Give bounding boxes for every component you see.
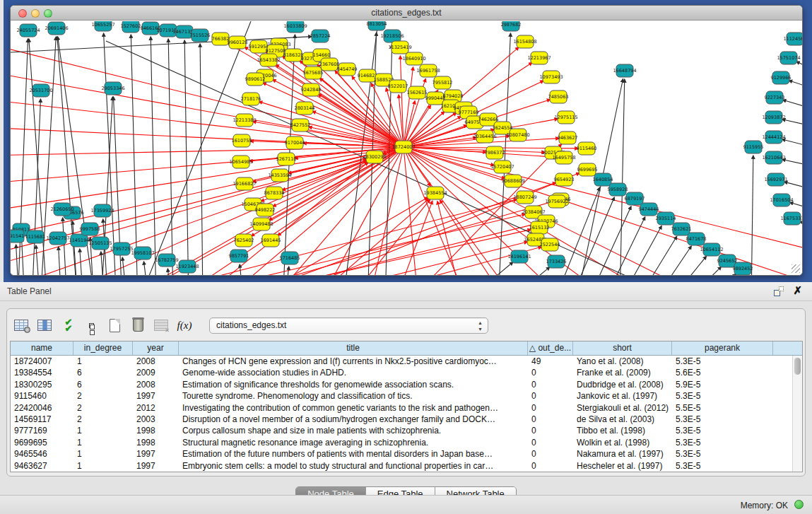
graph-node[interactable]: 7955812	[433, 76, 453, 89]
table-selector-dropdown[interactable]: citations_edges.txt ▲▼	[209, 317, 488, 334]
table-row[interactable]: 1938455462009Genome-wide association stu…	[11, 367, 792, 378]
table-cell[interactable]: 5.9E-5	[672, 379, 773, 390]
network-window[interactable]: citations_edges.txt 24055724206914061065…	[10, 5, 803, 276]
new-column-icon[interactable]	[106, 316, 123, 334]
graph-node[interactable]: 16543382	[257, 54, 280, 66]
table-cell[interactable]: 5.3E-5	[672, 425, 773, 436]
citation-edge-black[interactable]	[789, 81, 802, 92]
graph-node[interactable]: 9857791	[229, 250, 249, 262]
table-cell[interactable]: 0	[528, 367, 573, 378]
table-cell[interactable]: 1	[73, 448, 133, 460]
graph-node[interactable]: 7625402	[234, 234, 254, 247]
delete-columns-icon[interactable]	[129, 316, 146, 334]
table-cell[interactable]: Tibbo et al. (1998)	[573, 425, 672, 436]
column-header-name[interactable]: name	[11, 341, 73, 355]
table-cell[interactable]: 14569117	[11, 414, 73, 425]
graph-node[interactable]: 29053346	[101, 82, 124, 95]
graph-node[interactable]: 7485063	[548, 90, 569, 103]
table-cell[interactable]: 49	[528, 356, 573, 367]
table-row[interactable]: 946554611997Estimation of the future num…	[11, 448, 792, 460]
graph-node[interactable]: 16033809	[283, 21, 307, 33]
citation-edge-black[interactable]	[131, 35, 138, 276]
table-cell[interactable]: 2	[73, 390, 133, 402]
graph-node[interactable]: 9892452	[733, 262, 753, 275]
graph-node[interactable]: 11325419	[388, 41, 411, 54]
graph-node[interactable]: 20364456	[473, 130, 496, 143]
close-panel-icon[interactable]: ✗	[793, 285, 802, 296]
table-row[interactable]: 969969511998Structural magnetic resonanc…	[11, 437, 792, 448]
table-row[interactable]: 1872400712008Changes of HCN gene express…	[11, 356, 792, 367]
graph-node[interactable]: 5267110	[276, 153, 297, 165]
select-all-icon[interactable]: ✔✔	[59, 316, 76, 334]
graph-node[interactable]: 15692971	[764, 173, 787, 186]
table-cell[interactable]: Estimation of the future numbers of pati…	[179, 448, 528, 460]
table-cell[interactable]: 9777169	[11, 425, 73, 436]
table-cell[interactable]: Embryonic stem cells: a model to study s…	[179, 460, 528, 472]
citation-edge-black[interactable]	[106, 41, 681, 276]
table-cell[interactable]: 5.3E-5	[672, 390, 773, 402]
unselect-all-icon[interactable]	[83, 316, 100, 334]
citation-edge-black[interactable]	[167, 269, 172, 276]
table-cell[interactable]: 6	[73, 367, 133, 378]
table-cell[interactable]: Structural magnetic resonance image aver…	[179, 437, 528, 448]
graph-node[interactable]: 11675331	[780, 212, 802, 225]
memory-status-indicator[interactable]	[794, 500, 804, 509]
network-window-titlebar[interactable]: citations_edges.txt	[11, 6, 802, 21]
graph-node[interactable]: 24055724	[16, 24, 40, 37]
table-cell[interactable]: 2	[73, 402, 133, 414]
table-cell[interactable]: 0	[528, 425, 573, 436]
graph-node[interactable]: 7515526	[190, 29, 211, 42]
table-cell[interactable]: 5.6E-5	[672, 367, 773, 378]
citation-edge-black[interactable]	[782, 119, 802, 129]
table-row[interactable]: 1830029562008Estimation of significance …	[11, 379, 792, 390]
table-cell[interactable]: 5.3E-5	[672, 437, 773, 448]
graph-node[interactable]: 1691445	[261, 234, 281, 247]
column-header-in_degree[interactable]: in_degree	[73, 341, 133, 355]
graph-node[interactable]: 391541	[11, 230, 24, 243]
table-cell[interactable]: Jankovic et al. (1997)	[573, 390, 672, 402]
graph-node[interactable]: 18724007	[392, 141, 415, 153]
table-cell[interactable]: 9465546	[11, 448, 73, 460]
table-cell[interactable]: Franke et al. (2009)	[573, 367, 672, 378]
citation-edge-black[interactable]	[620, 79, 625, 276]
graph-node[interactable]: 5675685	[303, 66, 324, 79]
citation-edge-black[interactable]	[59, 247, 61, 276]
table-cell[interactable]: 0	[528, 414, 573, 425]
function-builder-icon[interactable]: f(x)	[176, 316, 193, 334]
graph-node[interactable]: 1527602	[121, 21, 141, 33]
graph-node[interactable]: 12093872	[762, 111, 785, 124]
float-panel-icon[interactable]	[774, 286, 784, 296]
table-cell[interactable]: 1	[73, 437, 133, 448]
citation-edge-black[interactable]	[143, 262, 149, 276]
table-cell[interactable]: 1997	[133, 448, 179, 460]
graph-node[interactable]: 19166827	[233, 177, 256, 190]
table-cell[interactable]: 5.3E-5	[672, 448, 773, 460]
graph-node[interactable]: 12444124	[762, 131, 785, 144]
graph-node[interactable]: 12505135	[88, 237, 112, 250]
table-cell[interactable]: Hescheler et al. (1997)	[573, 460, 672, 472]
citation-edge-black[interactable]	[80, 249, 83, 276]
graph-node[interactable]: 16961758	[416, 64, 440, 77]
graph-node[interactable]: 11124563	[783, 33, 802, 45]
table-cell[interactable]: 5.3E-5	[672, 414, 773, 425]
citation-edge-black[interactable]	[783, 100, 802, 112]
citation-edge-red[interactable]	[404, 147, 802, 276]
graph-node[interactable]: 10654985	[229, 156, 252, 168]
citation-edge-red[interactable]	[263, 83, 404, 147]
graph-node[interactable]: 9129966	[771, 71, 792, 84]
citation-edge-black[interactable]	[635, 236, 677, 276]
graph-node[interactable]: 12213383	[233, 114, 256, 127]
table-cell[interactable]: Dudbridge et al. (2008)	[573, 379, 672, 390]
table-cell[interactable]: Stergiakouli et al. (2012)	[573, 402, 672, 414]
citation-edge-black[interactable]	[184, 40, 189, 276]
graph-node[interactable]: 12213967	[527, 52, 551, 64]
table-cell[interactable]: Tourette syndrome. Phenomenology and cla…	[179, 390, 528, 402]
table-cell[interactable]: 19384554	[11, 367, 73, 378]
table-cell[interactable]: 9699695	[11, 437, 73, 448]
graph-node[interactable]: 1115681	[25, 230, 46, 243]
table-cell[interactable]: 22420046	[11, 402, 73, 414]
citation-edge-red[interactable]	[440, 200, 505, 276]
graph-node[interactable]: 16210643	[762, 151, 785, 164]
graph-node[interactable]: 9227343	[765, 91, 785, 104]
table-cell[interactable]: 1997	[133, 460, 179, 472]
